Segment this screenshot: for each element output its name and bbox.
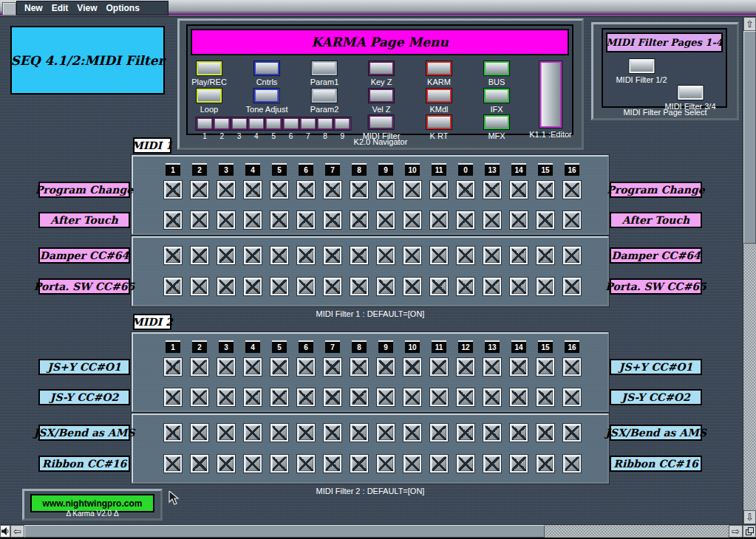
filter-checkbox[interactable] — [297, 211, 315, 229]
filter-checkbox[interactable] — [457, 455, 474, 473]
karma-k-rt-button[interactable] — [426, 115, 452, 129]
karma-tone-adjust-button[interactable] — [254, 89, 279, 103]
scroll-left-button[interactable]: ⇦ — [10, 525, 24, 538]
filter-checkbox[interactable] — [430, 358, 448, 376]
filter-checkbox[interactable] — [244, 455, 262, 473]
filter-checkbox[interactable] — [377, 181, 395, 199]
filter-checkbox[interactable] — [217, 278, 235, 295]
filter-checkbox[interactable] — [270, 424, 288, 442]
karma-vel-z-button[interactable] — [369, 89, 394, 103]
filter-checkbox[interactable] — [457, 358, 474, 376]
filter-checkbox[interactable] — [324, 455, 341, 473]
filter-checkbox[interactable] — [191, 211, 208, 229]
filter-checkbox[interactable] — [483, 181, 501, 199]
menu-item-view[interactable]: View — [72, 3, 101, 13]
filter-checkbox[interactable] — [244, 424, 262, 442]
filter-checkbox[interactable] — [244, 358, 262, 376]
filter-checkbox[interactable] — [217, 388, 235, 406]
filter-checkbox[interactable] — [350, 388, 368, 406]
filter-checkbox[interactable] — [510, 388, 528, 406]
filter-checkbox[interactable] — [377, 211, 395, 229]
filter-checkbox[interactable] — [164, 278, 182, 295]
filter-checkbox[interactable] — [563, 211, 581, 229]
filter-checkbox[interactable] — [270, 211, 288, 229]
filter-checkbox[interactable] — [537, 358, 554, 376]
filter-checkbox[interactable] — [350, 247, 368, 264]
menu-corner-button[interactable] — [2, 2, 16, 16]
filter-checkbox[interactable] — [563, 424, 581, 442]
filter-checkbox[interactable] — [164, 388, 182, 406]
karma-num-7-button[interactable] — [299, 117, 316, 130]
filter-checkbox[interactable] — [537, 455, 554, 473]
filter-checkbox[interactable] — [350, 278, 368, 295]
filter-checkbox[interactable] — [350, 358, 368, 376]
horizontal-scrollbar[interactable]: ⇦ ⇨ — [0, 524, 756, 538]
filter-checkbox[interactable] — [244, 388, 262, 406]
filter-checkbox[interactable] — [297, 181, 315, 199]
filter-checkbox[interactable] — [457, 247, 474, 264]
filter-checkbox[interactable] — [270, 358, 288, 376]
filter-checkbox[interactable] — [510, 181, 528, 199]
vertical-scrollbar-thumb[interactable] — [743, 31, 756, 244]
karma-num-4-button[interactable] — [248, 117, 265, 130]
filter-checkbox[interactable] — [510, 455, 528, 473]
karma-loop-button[interactable] — [197, 89, 222, 103]
filter-checkbox[interactable] — [483, 278, 501, 295]
filter-checkbox[interactable] — [563, 278, 581, 295]
filter-checkbox[interactable] — [563, 247, 581, 264]
filter-checkbox[interactable] — [191, 181, 208, 199]
filter-checkbox[interactable] — [537, 247, 554, 264]
filter-checkbox[interactable] — [377, 388, 395, 406]
filter-checkbox[interactable] — [217, 424, 235, 442]
filter-checkbox[interactable] — [457, 278, 474, 295]
karma-cntrls-button[interactable] — [254, 61, 279, 75]
karma-kmdl-button[interactable] — [426, 89, 452, 103]
filter-checkbox[interactable] — [324, 278, 341, 295]
filter-checkbox[interactable] — [457, 424, 474, 442]
filter-checkbox[interactable] — [324, 211, 341, 229]
filter-checkbox[interactable] — [244, 211, 262, 229]
filter-checkbox[interactable] — [563, 388, 581, 406]
karma-param1-button[interactable] — [312, 61, 337, 75]
filter-checkbox[interactable] — [563, 181, 581, 199]
filter-checkbox[interactable] — [457, 211, 474, 229]
filter-checkbox[interactable] — [297, 455, 315, 473]
filter-checkbox[interactable] — [430, 247, 448, 264]
filter-checkbox[interactable] — [403, 211, 421, 229]
karma-midi-filter-button[interactable] — [369, 115, 394, 129]
filter-checkbox[interactable] — [191, 247, 208, 264]
filter-checkbox[interactable] — [377, 278, 395, 295]
filter-checkbox[interactable] — [510, 358, 528, 376]
filter-checkbox[interactable] — [537, 211, 554, 229]
filter-checkbox[interactable] — [244, 247, 262, 264]
scroll-down-button[interactable]: ⇩ — [743, 510, 756, 524]
filter-checkbox[interactable] — [191, 358, 208, 376]
karma-num-9-button[interactable] — [334, 117, 351, 130]
filter-checkbox[interactable] — [270, 455, 288, 473]
filter-checkbox[interactable] — [324, 358, 341, 376]
karma-bus-button[interactable] — [484, 61, 509, 75]
karma-ifx-button[interactable] — [484, 89, 509, 103]
filter-checkbox[interactable] — [324, 181, 341, 199]
filter-checkbox[interactable] — [430, 211, 448, 229]
filter-checkbox[interactable] — [164, 211, 182, 229]
filter-checkbox[interactable] — [377, 455, 395, 473]
karma-num-6-button[interactable] — [282, 117, 299, 130]
filter-checkbox[interactable] — [483, 388, 501, 406]
filter-checkbox[interactable] — [377, 424, 395, 442]
midi-filter-34-button[interactable] — [678, 86, 703, 100]
filter-checkbox[interactable] — [350, 455, 368, 473]
filter-checkbox[interactable] — [537, 424, 554, 442]
filter-checkbox[interactable] — [430, 278, 448, 295]
filter-checkbox[interactable] — [350, 211, 368, 229]
filter-checkbox[interactable] — [483, 358, 501, 376]
filter-checkbox[interactable] — [191, 278, 208, 295]
filter-checkbox[interactable] — [297, 247, 315, 264]
filter-checkbox[interactable] — [403, 424, 421, 442]
filter-checkbox[interactable] — [324, 247, 341, 264]
filter-checkbox[interactable] — [270, 388, 288, 406]
filter-checkbox[interactable] — [217, 211, 235, 229]
scroll-up-button[interactable]: ⇧ — [743, 17, 756, 31]
filter-checkbox[interactable] — [510, 211, 528, 229]
filter-checkbox[interactable] — [164, 358, 182, 376]
